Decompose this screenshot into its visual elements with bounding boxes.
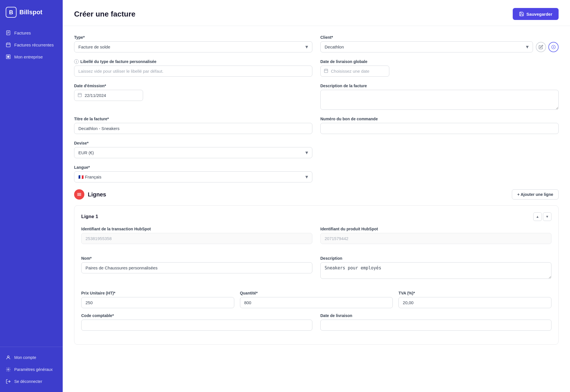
quantite-label: Quantité*: [240, 291, 393, 295]
form-group-type: Type* Facture de solde ▼: [74, 35, 312, 52]
save-button[interactable]: Sauvegarder: [513, 8, 559, 20]
logo-letter: B: [9, 9, 13, 16]
page-title: Créer une facture: [74, 10, 135, 19]
libelle-label: i Libellé du type de facture personnalis…: [74, 59, 312, 64]
libelle-input[interactable]: [74, 66, 312, 77]
langue-select-wrapper: 🇫🇷 Français ▼: [74, 171, 312, 182]
form-group-ligne-description: Description: [320, 256, 551, 279]
titre-input[interactable]: [74, 123, 312, 134]
sidebar-item-factures[interactable]: Factures: [0, 27, 63, 39]
sidebar-item-label: Mon compte: [14, 355, 36, 360]
sidebar-item-label: Se déconnecter: [14, 379, 42, 384]
svg-rect-11: [7, 57, 8, 58]
code-comptable-input[interactable]: [81, 320, 312, 331]
client-label: Client*: [320, 35, 559, 40]
main-content: Créer une facture Sauvegarder Type* Fact…: [63, 0, 570, 392]
add-client-button[interactable]: [548, 42, 559, 52]
form-group-code-comptable: Code comptable*: [81, 313, 312, 331]
plus-icon: [551, 45, 556, 49]
arrow-up-button[interactable]: ▲: [533, 212, 542, 221]
hubspot-product-value: 2071579442: [320, 233, 551, 244]
form-group-quantite: Quantité*: [240, 291, 393, 308]
form-group-livraison-globale: Date de livraison globale: [320, 59, 559, 77]
form-group-client: Client* Decathlon ▼: [320, 35, 559, 52]
ligne-code-livraison-row: Code comptable* Date de livraison: [81, 313, 551, 331]
type-select[interactable]: Facture de solde: [74, 41, 312, 52]
form-group-hubspot-transaction: Identifiant de la transaction HubSpot 25…: [81, 227, 312, 244]
pencil-icon: [539, 45, 543, 49]
quantite-input[interactable]: [240, 297, 393, 308]
ligne-prix-qty-tva-row: Prix Unitaire (HT)* Quantité* TVA (%)*: [81, 291, 551, 308]
date-livraison-input[interactable]: [320, 320, 551, 331]
lignes-section-header: Lignes + Ajouter une ligne: [74, 189, 559, 200]
tva-input[interactable]: [398, 297, 551, 308]
svg-rect-23: [78, 93, 82, 97]
ligne-title: Ligne 1: [81, 214, 98, 220]
livraison-globale-input[interactable]: [320, 66, 389, 77]
form-group-emission: Date d'émission*: [74, 84, 312, 110]
settings-icon: [6, 367, 11, 372]
form-group-langue: Langue* 🇫🇷 Français ▼: [74, 165, 312, 182]
sidebar-item-label: Mon entreprise: [14, 54, 43, 59]
form-group-nom: Nom*: [81, 256, 312, 279]
logo-text: Billspot: [19, 9, 42, 16]
main-header: Créer une facture Sauvegarder: [63, 0, 570, 26]
logo-box: B: [6, 7, 17, 18]
bon-commande-label: Numéro du bon de commande: [320, 117, 559, 121]
sidebar-item-deconnexion[interactable]: Se déconnecter: [0, 375, 63, 387]
tva-label: TVA (%)*: [398, 291, 551, 295]
nom-input[interactable]: [81, 262, 312, 273]
ligne-description-textarea[interactable]: [320, 262, 551, 279]
emission-date-input[interactable]: [74, 90, 143, 101]
devise-select[interactable]: EUR (€): [74, 147, 312, 158]
sidebar-item-factures-recurrentes[interactable]: Factures récurrentes: [0, 39, 63, 51]
ligne-nom-description-row: Nom* Description: [81, 256, 551, 279]
sidebar: B Billspot Factures Factures récurrentes: [0, 0, 63, 392]
calendar-icon: [78, 93, 82, 98]
form-group-prix: Prix Unitaire (HT)*: [81, 291, 234, 308]
form-row-devise: Devise* EUR (€) ▼: [74, 141, 559, 158]
date-livraison-label: Date de livraison: [320, 313, 551, 318]
svg-rect-4: [6, 43, 10, 47]
hubspot-product-label: Identifiant du produit HubSpot: [320, 227, 551, 231]
form-group-description: Description de la facture: [320, 84, 559, 110]
client-select-wrapper: Decathlon ▼: [320, 41, 533, 52]
save-button-label: Sauvegarder: [526, 12, 552, 17]
form-group-devise: Devise* EUR (€) ▼: [74, 141, 312, 158]
sidebar-item-parametres[interactable]: Paramètres généraux: [0, 363, 63, 375]
devise-label: Devise*: [74, 141, 312, 145]
building-icon: [6, 54, 11, 59]
form-row-langue: Langue* 🇫🇷 Français ▼: [74, 165, 559, 182]
sidebar-item-mon-entreprise[interactable]: Mon entreprise: [0, 51, 63, 63]
svg-point-14: [8, 369, 9, 370]
livraison-date-wrapper: [320, 66, 559, 77]
description-textarea[interactable]: [320, 90, 559, 110]
langue-select[interactable]: 🇫🇷 Français: [74, 171, 312, 182]
livraison-globale-label: Date de livraison globale: [320, 59, 559, 64]
titre-label: Titre de la facture*: [74, 117, 312, 121]
hubspot-transaction-value: 25381955358: [81, 233, 312, 244]
form-group-hubspot-product: Identifiant du produit HubSpot 207157944…: [320, 227, 551, 244]
lignes-section: Lignes + Ajouter une ligne Ligne 1 ▲ ▼: [74, 189, 559, 345]
sidebar-item-label: Paramètres généraux: [14, 367, 53, 372]
form-row-titre-bon: Titre de la facture* Numéro du bon de co…: [74, 117, 559, 134]
devise-select-wrapper: EUR (€) ▼: [74, 147, 312, 158]
client-select[interactable]: Decathlon: [320, 41, 533, 52]
ligne-arrows: ▲ ▼: [533, 212, 551, 221]
arrow-down-button[interactable]: ▼: [543, 212, 551, 221]
section-title-group: Lignes: [74, 189, 106, 200]
prix-input[interactable]: [81, 297, 234, 308]
ligne-card-header: Ligne 1 ▲ ▼: [81, 212, 551, 221]
add-line-button[interactable]: + Ajouter une ligne: [512, 189, 559, 200]
sidebar-bottom: Mon compte Paramètres généraux Se déconn…: [0, 347, 63, 392]
lignes-icon: [74, 189, 84, 200]
client-actions: [536, 42, 559, 52]
edit-client-button[interactable]: [536, 42, 546, 52]
sidebar-item-mon-compte[interactable]: Mon compte: [0, 352, 63, 363]
ligne-hubspot-row: Identifiant de la transaction HubSpot 25…: [81, 227, 551, 244]
sidebar-item-label: Factures: [14, 31, 31, 35]
bon-commande-input[interactable]: [320, 123, 559, 134]
svg-point-13: [7, 356, 9, 358]
ligne-description-label: Description: [320, 256, 551, 261]
form-row-libelle-livraison: i Libellé du type de facture personnalis…: [74, 59, 559, 77]
